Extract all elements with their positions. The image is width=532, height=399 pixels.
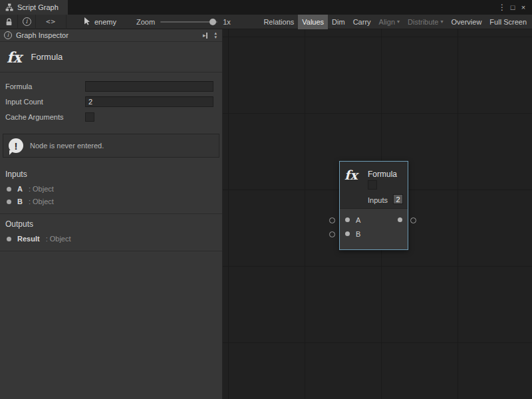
dim-button[interactable]: Dim: [328, 15, 349, 29]
maximize-icon[interactable]: □: [507, 1, 518, 13]
carry-button[interactable]: Carry: [349, 15, 375, 29]
port-name: Result: [17, 235, 40, 243]
info-icon: i: [23, 17, 31, 26]
zoom-value: 1x: [223, 18, 231, 26]
graph-breadcrumb[interactable]: enemy: [84, 17, 116, 27]
inputs-section-header: Inputs: [0, 164, 222, 183]
external-port-circle-a[interactable]: [329, 217, 335, 223]
formula-label: Formula: [5, 82, 85, 90]
graph-name: enemy: [94, 18, 116, 26]
relations-button[interactable]: Relations: [259, 15, 298, 29]
inspector-fields: Formula Input Count Cache Arguments: [0, 72, 222, 130]
zoom-slider-knob[interactable]: [209, 19, 216, 25]
port-name: B: [17, 198, 23, 205]
port-dot-icon[interactable]: [7, 187, 11, 192]
zoom-label: Zoom: [136, 18, 155, 26]
node-port-row-a: A: [340, 213, 408, 227]
node-title: Formula: [31, 52, 63, 62]
inspector-header: i Graph Inspector ▸ ▴ ▾: [0, 29, 222, 42]
external-port-circle-b[interactable]: [329, 231, 335, 237]
window-controls: ⋮ □ ×: [497, 0, 532, 15]
input-count-field-row: Input Count: [5, 96, 213, 108]
input-port-b-icon[interactable]: [345, 231, 350, 236]
formula-node-header: fx Formula Inputs 2: [340, 162, 408, 209]
close-icon[interactable]: ×: [518, 1, 529, 13]
graph-canvas[interactable]: fx Formula Inputs 2 A B: [223, 29, 532, 399]
info-icon: i: [4, 31, 12, 39]
warning-icon: !: [9, 138, 23, 153]
port-dot-icon[interactable]: [7, 200, 11, 204]
warning-banner: ! Node is never entered.: [3, 134, 219, 158]
node-inputs-label: Inputs: [368, 196, 388, 204]
formula-node[interactable]: fx Formula Inputs 2 A B: [339, 161, 408, 250]
code-view-icon[interactable]: <>: [36, 15, 66, 29]
formula-fx-icon: fx: [344, 168, 358, 182]
dock-panel-icon[interactable]: ▸: [203, 33, 208, 39]
node-title-section: fx Formula: [0, 42, 222, 72]
input-port-row-b: B : Object: [0, 196, 222, 208]
formula-field-row: Formula: [5, 80, 213, 92]
external-port-circle-result[interactable]: [410, 217, 416, 223]
window-tab-bar: Script Graph ⋮ □ ×: [0, 0, 532, 15]
output-port-row-result: Result : Object: [0, 233, 222, 245]
script-graph-icon: [5, 3, 13, 11]
tab-label: Script Graph: [17, 3, 59, 11]
fullscreen-button[interactable]: Full Screen: [485, 15, 531, 29]
graph-toolbar: i <> enemy Zoom 1x Relations Values Dim …: [0, 15, 532, 29]
port-name: A: [17, 185, 23, 193]
formula-input[interactable]: [85, 81, 213, 92]
node-title: Formula: [368, 170, 397, 179]
graph-inspector-panel: i Graph Inspector ▸ ▴ ▾ fx Formula Formu…: [0, 29, 223, 399]
port-type: : Object: [29, 198, 54, 205]
lock-icon[interactable]: [0, 15, 17, 29]
zoom-slider[interactable]: [160, 21, 217, 23]
node-inputs-value[interactable]: 2: [393, 194, 403, 204]
zoom-control: Zoom 1x: [136, 18, 231, 26]
node-formula-input[interactable]: [368, 180, 377, 190]
pointer-icon: [84, 17, 90, 27]
values-button[interactable]: Values: [298, 15, 328, 29]
align-button[interactable]: Align ▾: [375, 15, 404, 29]
toolbar-buttons: Relations Values Dim Carry Align ▾ Distr…: [259, 15, 532, 29]
port-type: : Object: [46, 235, 71, 243]
input-count-input[interactable]: [85, 96, 213, 107]
chevron-down-icon: ▾: [441, 19, 444, 25]
inspector-header-title: Graph Inspector: [16, 31, 68, 39]
overview-button[interactable]: Overview: [448, 15, 486, 29]
port-name: B: [356, 230, 360, 238]
outputs-section-header: Outputs: [0, 214, 222, 233]
chevron-down-icon: ▾: [397, 19, 400, 25]
cache-arguments-field-row: Cache Arguments: [5, 111, 213, 123]
formula-node-body: A B: [340, 209, 408, 246]
cache-arguments-label: Cache Arguments: [5, 113, 85, 121]
warning-text: Node is never entered.: [30, 142, 104, 150]
port-name: A: [356, 216, 360, 224]
window-menu-icon[interactable]: ⋮: [497, 1, 507, 13]
port-type: : Object: [29, 185, 54, 193]
tab-script-graph[interactable]: Script Graph: [0, 0, 68, 15]
panel-scroll-arrows[interactable]: ▴ ▾: [211, 31, 219, 39]
output-port-result-icon[interactable]: [398, 217, 402, 222]
port-dot-icon[interactable]: [7, 237, 11, 241]
distribute-button[interactable]: Distribute ▾: [404, 15, 447, 29]
cache-arguments-checkbox[interactable]: [85, 112, 94, 122]
formula-fx-icon: fx: [7, 49, 22, 66]
divider: [0, 251, 222, 251]
input-port-row-a: A : Object: [0, 183, 222, 196]
scroll-down-icon[interactable]: ▾: [214, 35, 217, 39]
input-port-a-icon[interactable]: [345, 217, 350, 222]
node-port-row-b: B: [340, 227, 408, 241]
input-count-label: Input Count: [5, 98, 85, 106]
inspector-toggle-button[interactable]: i: [17, 15, 36, 29]
